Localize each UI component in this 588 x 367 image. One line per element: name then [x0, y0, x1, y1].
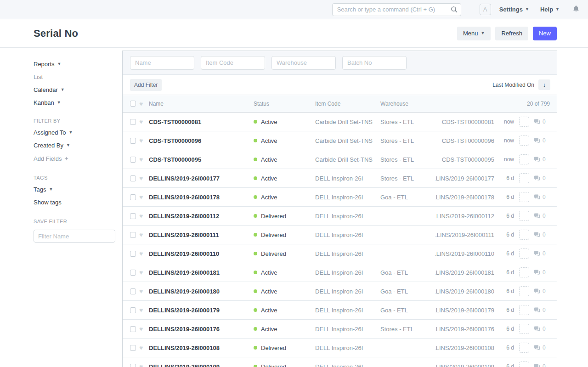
- assignee-placeholder[interactable]: [519, 211, 529, 221]
- select-all-checkbox[interactable]: [130, 101, 136, 107]
- column-header-item-code[interactable]: Item Code: [315, 101, 380, 107]
- table-row[interactable]: ♥ CDS-TST00000096 Active Carbide Drill S…: [123, 131, 557, 150]
- row-checkbox[interactable]: [130, 232, 136, 238]
- row-checkbox[interactable]: [130, 157, 136, 163]
- like-heart-icon[interactable]: ♥: [139, 137, 146, 144]
- comment-count[interactable]: 0: [534, 175, 549, 181]
- comment-count[interactable]: 0: [534, 363, 549, 367]
- row-checkbox[interactable]: [130, 194, 136, 200]
- sidebar-item-tags[interactable]: Tags ▼: [34, 186, 115, 193]
- column-header-status[interactable]: Status: [254, 101, 315, 107]
- sidebar-item-show-tags[interactable]: Show tags: [34, 199, 115, 206]
- add-filter-button[interactable]: Add Filter: [130, 79, 162, 91]
- row-checkbox[interactable]: [130, 345, 136, 351]
- comment-count[interactable]: 0: [534, 344, 549, 351]
- column-header-name[interactable]: Name: [149, 101, 254, 107]
- table-row[interactable]: ♥ DELLINS/2019-26I000178 Active DELL Ins…: [123, 188, 557, 207]
- row-name-link[interactable]: DELLINS/2019-26I000112: [149, 213, 254, 220]
- comment-count[interactable]: 0: [534, 213, 549, 219]
- like-heart-icon[interactable]: ♥: [139, 231, 146, 238]
- sidebar-item-kanban[interactable]: Kanban ▼: [34, 99, 115, 106]
- like-heart-icon[interactable]: ♥: [139, 288, 146, 294]
- item-code-filter-input[interactable]: [201, 56, 265, 70]
- row-checkbox[interactable]: [130, 175, 136, 181]
- comment-count[interactable]: 0: [534, 137, 549, 144]
- like-heart-icon[interactable]: ♥: [139, 363, 146, 367]
- table-row[interactable]: ♥ DELLINS/2019-26I000180 Active DELL Ins…: [123, 282, 557, 301]
- assignee-placeholder[interactable]: [519, 192, 529, 202]
- assignee-placeholder[interactable]: [519, 343, 529, 353]
- sidebar-item-created-by[interactable]: Created By ▼: [34, 142, 115, 149]
- table-row[interactable]: ♥ DELLINS/2019-26I000108 Delivered DELL …: [123, 339, 557, 357]
- new-button[interactable]: New: [533, 27, 557, 40]
- row-checkbox[interactable]: [130, 307, 136, 313]
- like-heart-icon[interactable]: ♥: [139, 119, 146, 125]
- settings-menu[interactable]: Settings ▼: [499, 6, 529, 13]
- row-name-link[interactable]: DELLINS/2019-26I000179: [149, 307, 254, 314]
- liked-by-filter-heart-icon[interactable]: ♥: [139, 101, 146, 107]
- like-heart-icon[interactable]: ♥: [139, 326, 146, 332]
- row-checkbox[interactable]: [130, 119, 136, 125]
- row-name-link[interactable]: DELLINS/2019-26I000181: [149, 269, 254, 276]
- row-checkbox[interactable]: [130, 138, 136, 144]
- like-heart-icon[interactable]: ♥: [139, 156, 146, 163]
- sidebar-item-assigned-to[interactable]: Assigned To ▼: [34, 129, 115, 136]
- row-name-link[interactable]: DELLINS/2019-26I000176: [149, 326, 254, 333]
- comment-count[interactable]: 0: [534, 231, 549, 238]
- like-heart-icon[interactable]: ♥: [139, 250, 146, 257]
- menu-button[interactable]: Menu ▼: [457, 27, 491, 40]
- assignee-placeholder[interactable]: [519, 267, 529, 277]
- comment-count[interactable]: 0: [534, 326, 549, 332]
- row-checkbox[interactable]: [130, 364, 136, 367]
- help-menu[interactable]: Help ▼: [540, 6, 560, 13]
- comment-count[interactable]: 0: [534, 307, 549, 313]
- assignee-placeholder[interactable]: [519, 305, 529, 315]
- comment-count[interactable]: 0: [534, 119, 549, 125]
- search-input[interactable]: [332, 3, 461, 16]
- assignee-placeholder[interactable]: [519, 117, 529, 127]
- sidebar-item-list[interactable]: List: [34, 73, 115, 80]
- row-name-link[interactable]: CDS-TST00000081: [149, 119, 254, 125]
- comment-count[interactable]: 0: [534, 288, 549, 294]
- row-checkbox[interactable]: [130, 213, 136, 219]
- filter-name-input[interactable]: [34, 230, 115, 243]
- row-name-link[interactable]: CDS-TST00000095: [149, 156, 254, 163]
- row-checkbox[interactable]: [130, 326, 136, 332]
- like-heart-icon[interactable]: ♥: [139, 213, 146, 219]
- row-name-link[interactable]: DELLINS/2019-26I000111: [149, 231, 254, 238]
- row-checkbox[interactable]: [130, 288, 136, 294]
- like-heart-icon[interactable]: ♥: [139, 344, 146, 351]
- row-name-link[interactable]: DELLINS/2019-26I000108: [149, 344, 254, 351]
- table-row[interactable]: ♥ DELLINS/2019-26I000110 Delivered DELL …: [123, 244, 557, 263]
- comment-count[interactable]: 0: [534, 250, 549, 257]
- row-name-link[interactable]: DELLINS/2019-26I000177: [149, 175, 254, 182]
- column-header-warehouse[interactable]: Warehouse: [380, 101, 435, 107]
- table-row[interactable]: ♥ DELLINS/2019-26I000181 Active DELL Ins…: [123, 263, 557, 282]
- row-name-link[interactable]: DELLINS/2019-26I000110: [149, 250, 254, 257]
- row-name-link[interactable]: DELLINS/2019-26I000178: [149, 194, 254, 201]
- row-name-link[interactable]: CDS-TST00000096: [149, 137, 254, 144]
- sort-by-label[interactable]: Last Modified On: [492, 82, 534, 88]
- global-search[interactable]: [332, 3, 461, 16]
- batch-no-filter-input[interactable]: [342, 56, 407, 70]
- row-checkbox[interactable]: [130, 251, 136, 257]
- row-name-link[interactable]: DELLINS/2019-26I000109: [149, 363, 254, 367]
- table-row[interactable]: ♥ DELLINS/2019-26I000177 Active DELL Ins…: [123, 169, 557, 188]
- table-row[interactable]: ♥ DELLINS/2019-26I000111 Delivered DELL …: [123, 226, 557, 244]
- like-heart-icon[interactable]: ♥: [139, 194, 146, 200]
- comment-count[interactable]: 0: [534, 269, 549, 276]
- search-icon[interactable]: [451, 6, 458, 15]
- assignee-placeholder[interactable]: [519, 248, 529, 259]
- like-heart-icon[interactable]: ♥: [139, 307, 146, 313]
- sidebar-item-reports[interactable]: Reports ▼: [34, 61, 115, 68]
- assignee-placeholder[interactable]: [519, 173, 529, 183]
- table-row[interactable]: ♥ DELLINS/2019-26I000109 Delivered DELL …: [123, 357, 557, 367]
- notifications-bell-icon[interactable]: [572, 5, 580, 14]
- like-heart-icon[interactable]: ♥: [139, 175, 146, 181]
- assignee-placeholder[interactable]: [519, 136, 529, 146]
- warehouse-filter-input[interactable]: [271, 56, 336, 70]
- table-row[interactable]: ♥ DELLINS/2019-26I000179 Active DELL Ins…: [123, 301, 557, 320]
- assignee-placeholder[interactable]: [519, 286, 529, 296]
- assignee-placeholder[interactable]: [519, 361, 529, 367]
- assignee-placeholder[interactable]: [519, 230, 529, 240]
